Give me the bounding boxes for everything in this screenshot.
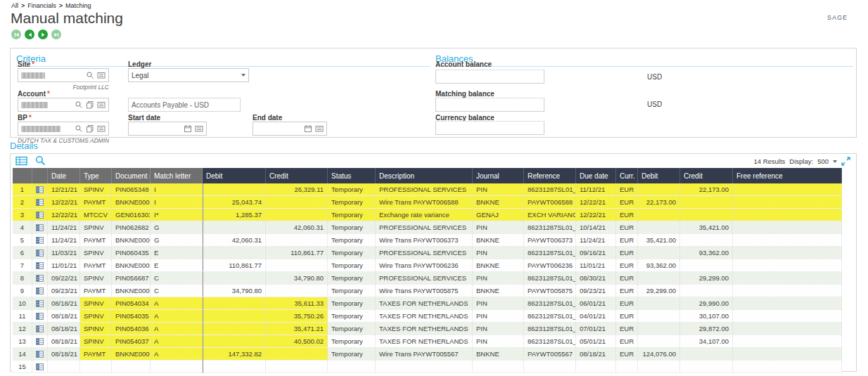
cell-num[interactable]: 3 — [13, 209, 32, 221]
cell-debit2[interactable] — [638, 310, 680, 323]
cell-journal[interactable]: GENAJ — [473, 209, 524, 221]
cell-ref[interactable]: PAYWT006588 — [524, 196, 576, 209]
cell-ref[interactable]: 86231287SL01_5 — [524, 272, 576, 285]
cell-credit[interactable]: 35,471.21 — [266, 323, 328, 335]
cell-match[interactable]: A — [151, 323, 203, 335]
cell-doc[interactable]: BNKNE000070 — [112, 234, 151, 247]
cell-date[interactable]: 11/24/21 — [48, 234, 80, 247]
cell-match[interactable]: I — [151, 183, 203, 196]
row-detail-icon[interactable] — [36, 351, 44, 358]
cell-debit[interactable]: 1,285.37 — [203, 209, 266, 221]
cell-desc[interactable]: TAXES FOR NETHERLANDS — [376, 310, 473, 323]
cell-doc[interactable]: PIN054035 — [112, 310, 151, 323]
row-detail-icon[interactable] — [36, 287, 44, 294]
cell-due[interactable]: 08/18/21 — [576, 348, 616, 361]
row-detail-icon[interactable] — [36, 224, 44, 231]
cell-debit[interactable] — [203, 272, 266, 285]
cell-debit2[interactable] — [638, 335, 680, 348]
cell-curr[interactable]: EUR — [616, 310, 638, 323]
cell-desc[interactable]: TAXES FOR NETHERLANDS — [376, 335, 473, 348]
cell-icon[interactable] — [32, 348, 48, 361]
cell-match[interactable]: A — [151, 297, 203, 310]
breadcrumb-item-all[interactable]: All — [11, 2, 18, 9]
cell-credit[interactable] — [266, 196, 328, 209]
cell-ref[interactable]: 86231287SL01_9 — [524, 221, 576, 234]
cell-match[interactable]: A — [151, 310, 203, 323]
cell-doc[interactable]: PIN062682 — [112, 221, 151, 234]
column-header-journal[interactable]: Journal — [473, 168, 524, 183]
cell-due[interactable]: 11/12/21 — [576, 183, 616, 196]
cell-debit[interactable] — [203, 183, 266, 196]
cell-icon[interactable] — [32, 335, 48, 348]
row-detail-icon[interactable] — [36, 313, 44, 320]
cell-num[interactable]: 14 — [13, 348, 32, 361]
cell-doc[interactable]: BNKNE000078 — [112, 196, 151, 209]
cell-type[interactable]: MTCCV — [80, 209, 112, 221]
cell-num[interactable]: 7 — [13, 259, 32, 272]
cell-desc[interactable]: PROFESSIONAL SERVICES — [376, 272, 473, 285]
column-header-credit2[interactable]: Credit — [680, 168, 733, 183]
cell-credit[interactable]: 35,750.26 — [266, 310, 328, 323]
cell-debit2[interactable] — [638, 209, 680, 221]
cell-curr[interactable]: EUR — [616, 272, 638, 285]
cell-num[interactable]: 5 — [13, 234, 32, 247]
column-header-status[interactable]: Status — [328, 168, 376, 183]
cell-doc[interactable] — [112, 361, 151, 373]
cell-debit2[interactable] — [638, 221, 680, 234]
cell-match[interactable]: C — [151, 272, 203, 285]
cell-debit[interactable] — [203, 335, 266, 348]
cell-credit2[interactable]: 93,362.00 — [680, 247, 733, 259]
cell-journal[interactable]: BNKNE — [473, 348, 524, 361]
cell-num[interactable]: 9 — [13, 285, 32, 297]
cell-desc[interactable]: Wire Trans PAYWT005875 — [376, 285, 473, 297]
column-header-credit[interactable]: Credit — [266, 168, 328, 183]
cell-debit[interactable]: 25,043.74 — [203, 196, 266, 209]
cell-ref[interactable]: PAYWT006236 — [524, 259, 576, 272]
cell-credit[interactable] — [266, 348, 328, 361]
cell-debit2[interactable] — [638, 183, 680, 196]
cell-debit[interactable] — [203, 310, 266, 323]
row-detail-icon[interactable] — [36, 275, 44, 282]
next-record-button[interactable] — [38, 30, 48, 39]
cell-match[interactable]: G — [151, 234, 203, 247]
cell-type[interactable]: SPINV — [80, 310, 112, 323]
cell-desc[interactable]: TAXES FOR NETHERLANDS — [376, 323, 473, 335]
cell-ref[interactable]: 86231287SL01_1 — [524, 310, 576, 323]
column-header-date[interactable]: Date — [48, 168, 80, 183]
cell-credit[interactable]: 40,500.02 — [266, 335, 328, 348]
cell-curr[interactable]: EUR — [616, 183, 638, 196]
cell-type[interactable]: SPINV — [80, 183, 112, 196]
column-header-curr[interactable]: Curr. — [616, 168, 638, 183]
cell-num[interactable]: 11 — [13, 310, 32, 323]
search-icon[interactable] — [75, 101, 83, 109]
cell-due[interactable]: 12/22/21 — [576, 209, 616, 221]
cell-due[interactable]: 10/14/21 — [576, 221, 616, 234]
cell-debit2[interactable]: 35,421.00 — [638, 234, 680, 247]
cell-type[interactable]: PAYMT — [80, 285, 112, 297]
column-header-debit2[interactable]: Debit — [638, 168, 680, 183]
cell-curr[interactable]: EUR — [616, 335, 638, 348]
cell-match[interactable]: I — [151, 196, 203, 209]
cell-type[interactable]: PAYMT — [80, 234, 112, 247]
cell-icon[interactable] — [32, 297, 48, 310]
cell-desc[interactable]: PROFESSIONAL SERVICES — [376, 221, 473, 234]
site-input[interactable] — [18, 68, 109, 82]
cell-curr[interactable]: EUR — [616, 209, 638, 221]
cell-ref[interactable]: PAYWT005567 — [524, 348, 576, 361]
cell-freeref[interactable] — [733, 234, 842, 247]
cell-match[interactable]: E — [151, 247, 203, 259]
cell-credit2[interactable] — [680, 348, 733, 361]
cell-type[interactable]: PAYMT — [80, 259, 112, 272]
cell-status[interactable]: Temporary — [328, 234, 376, 247]
cell-type[interactable]: SPINV — [80, 323, 112, 335]
cell-debit2[interactable]: 93,362.00 — [638, 259, 680, 272]
cell-num[interactable]: 13 — [13, 335, 32, 348]
cell-debit[interactable] — [203, 221, 266, 234]
cell-debit2[interactable] — [638, 247, 680, 259]
row-detail-icon[interactable] — [36, 212, 44, 219]
cell-freeref[interactable] — [733, 323, 842, 335]
cell-ref[interactable]: EXCH VARIANCE — [524, 209, 576, 221]
cell-status[interactable]: Temporary — [328, 196, 376, 209]
cell-curr[interactable]: EUR — [616, 323, 638, 335]
cell-credit[interactable]: 26,329.11 — [266, 183, 328, 196]
